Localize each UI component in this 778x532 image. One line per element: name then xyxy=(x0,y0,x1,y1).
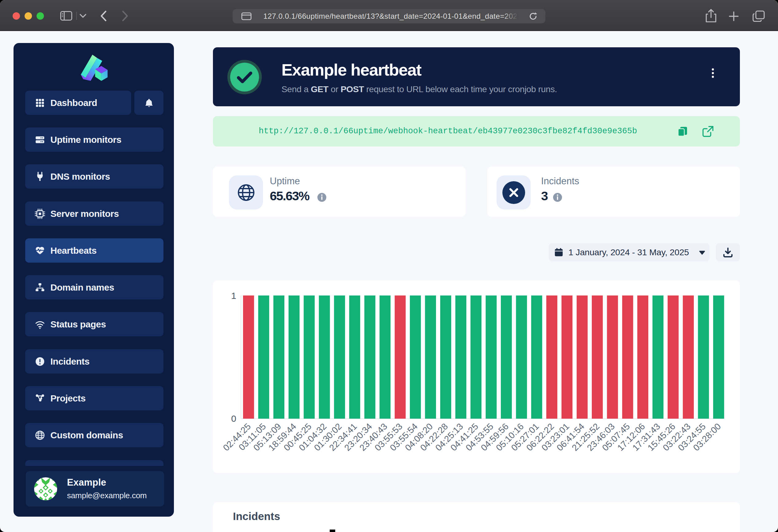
svg-text:1: 1 xyxy=(231,290,236,301)
svg-text:0: 0 xyxy=(231,414,236,424)
